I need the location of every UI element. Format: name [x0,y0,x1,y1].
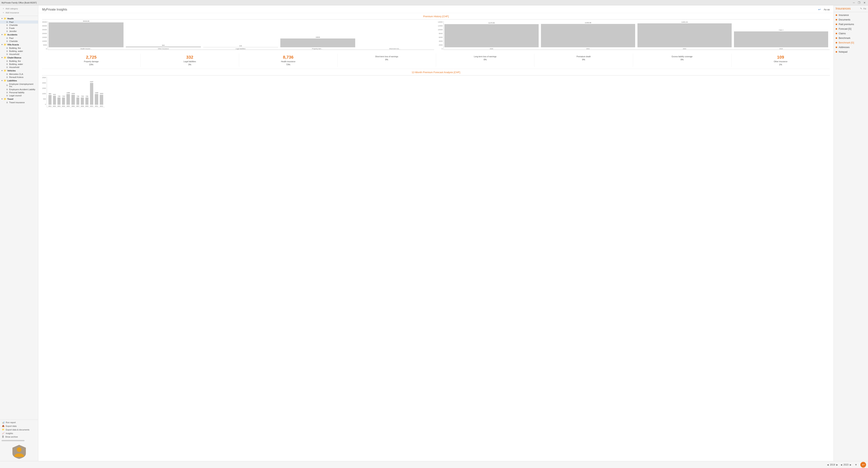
sidebar-item-household-va[interactable]: 🗎 Household [0,53,38,56]
bar-value: 30418.66 [83,20,89,22]
year-next-left[interactable]: ► [836,463,838,466]
insights-label: Insights [6,432,13,435]
sidebar-item-mercedes[interactable]: 🗎 Mercedes CLA [0,72,38,75]
bar-value: 11651.04 [681,21,688,23]
menu-item-paid-premiums[interactable]: Paid premiums [834,22,868,27]
sidebar-item-frank[interactable]: 🗎 Frank [0,27,38,30]
text-size-icon[interactable]: Aa [863,7,866,10]
year-next-right[interactable]: ► [849,463,852,466]
sidebar-item-paul-acc[interactable]: 🗎 Paul [0,37,38,40]
forecast-bar-rect [76,97,80,105]
hh-cb-label: Household [9,66,19,68]
pencil-icon[interactable]: ✎ [860,7,862,10]
sidebar-item-charlotte-acc[interactable]: 🗎 Charlotte [0,40,38,43]
menu-item-notepad[interactable]: Notepad [834,50,868,54]
sidebar-item-chalet-bianca[interactable]: ▼ 📁 Chalet Bianca [0,56,38,60]
show-archive-item[interactable]: 🗄 Show archive [0,435,38,438]
add-category-label: Add category [5,7,18,10]
maximize-btn[interactable]: ❐ [857,1,861,4]
forecast-bar-value: 1003 [71,93,75,94]
sidebar-item-travel[interactable]: ▼ 📁 Travel [0,97,38,101]
forecast-bar-rect [62,97,65,105]
bar-value: 10639 [316,36,320,38]
sidebar-item-villa-acacia[interactable]: ▼ 📁 Villa Acacia [0,43,38,46]
stat-percent: 0% [437,58,533,61]
doc-icon: 🗎 [6,27,8,29]
avatar [11,444,27,459]
stat-column: Short-term loss of earnings0% [338,54,436,67]
sidebar-bottom: 📊 Run report 📤 Export data 📁 Export data… [0,419,38,439]
sidebar-item-employers-acc[interactable]: 🗎 Employers Accident Liability [0,88,38,91]
forecast-bar-value: 728 [81,95,84,97]
menu-item-claims[interactable]: Claims [834,31,868,36]
menu-item-addresses[interactable]: Addresses [834,45,868,50]
menu-item-benchmark-g[interactable]: Benchmark [G] [834,40,868,45]
forecast-bars-with-axis: 2500 2000 1500 1000 500 0 984M01913M0272… [42,76,830,107]
font-size-toggle[interactable]: Aa aa [824,8,830,11]
sidebar-item-building-water-va[interactable]: 🗎 Building, water [0,50,38,53]
sidebar-item-travel-ins[interactable]: 🗎 Travel insurance [0,101,38,104]
scrollbar[interactable] [2,440,25,441]
forecast-title: 12-Month Premium Forecast Analysis [CHF] [42,71,830,74]
menu-item-label: Claims [839,32,846,35]
filter-icon[interactable]: ▼ [855,463,857,466]
year-prev-right[interactable]: ◄ [840,463,843,466]
forecast-bar-group: 984M01 [49,93,52,107]
add-category-action[interactable]: ＋ Add category [2,6,37,10]
health-label: Health [7,18,14,20]
export-data-docs-item[interactable]: 📁 Export data & documents [0,428,38,431]
bar-label: 2022 [683,48,686,50]
doc-icon: 🗎 [6,24,8,26]
sidebar-item-health[interactable]: ▼ 📁 Health [0,17,38,21]
forecast-bar-value: 1086 [66,92,70,94]
stat-percent: 0% [338,58,435,61]
bar-value: 218 [239,45,242,47]
paul-label: Paul [9,21,13,23]
premium-history-section: Premium History [CHF] 35000 30000 25000 … [42,15,830,50]
sidebar-item-vehicles[interactable]: ▼ 📁 Vehicles [0,69,38,72]
sidebar-item-building-fire-va[interactable]: 🗎 Building, fire [0,46,38,50]
run-report-item[interactable]: 📊 Run report [0,420,38,424]
stat-label: Property damage [43,61,140,63]
add-insurance-action[interactable]: ＋ Add insurance [2,10,37,14]
forecast-bar-value: 728 [86,95,88,97]
charlotte-acc-label: Charlotte [9,40,18,42]
menu-item-benchmark[interactable]: Benchmark [834,36,868,40]
main-content: MyPrivate Insights ↩ Aa aa Premium Histo… [38,5,834,461]
doc-icon: 🗎 [6,73,8,75]
menu-item-insurance[interactable]: Insurance [834,13,868,18]
bar-label: 2021 [586,48,590,50]
bottom-bar: ◄ 2019 ► ◄ 2023 ► ▼ ↩ [0,461,868,468]
export-data-label: Export data [6,425,17,427]
minimize-btn[interactable]: ─ [852,1,856,4]
back-arrow-icon[interactable]: ↩ [817,7,822,12]
forecast-bar-value: 728 [62,95,65,97]
back-button[interactable]: ↩ [860,462,866,468]
sidebar-item-renault[interactable]: 🗎 Renault Koleos [0,75,38,79]
bar-rect [638,23,732,47]
sidebar-item-accidents[interactable]: ▼ 📁 Accidents [0,33,38,37]
doc-icon: 🗎 [6,88,8,91]
insights-item[interactable]: 📈 Insights [0,431,38,435]
premium-by-type-chart: 35000 30000 25000 20000 15000 10000 5000… [42,21,434,50]
sidebar-item-legal-council[interactable]: 🗎 Legal council [0,94,38,97]
menu-item-label: Notepad [839,51,847,53]
sidebar-item-liabilities[interactable]: ▼ 📁 Liabilities [0,79,38,83]
year-prev-left[interactable]: ◄ [827,463,829,466]
sidebar-item-building-water-cb[interactable]: 🗎 Building, water [0,63,38,66]
sidebar-item-jennifer[interactable]: 🗎 Jennifer [0,30,38,33]
export-data-item[interactable]: 📤 Export data [0,424,38,428]
doc-icon: 🗎 [6,47,8,49]
close-btn[interactable]: ✕ [863,1,866,4]
menu-item-forecast[interactable]: Forecast [G] [834,27,868,31]
sidebar-item-employee-unemp[interactable]: 🗎 Employee Unemployment Ins. [0,83,38,88]
menu-item-documents[interactable]: Documents [834,18,868,22]
sidebar-item-building-fire-cb[interactable]: 🗎 Building, fire [0,60,38,63]
doc-icon: 🗎 [6,94,8,97]
forecast-bar-label: M11 [95,105,98,107]
sidebar-item-personal-liab[interactable]: 🗎 Personal liability [0,91,38,94]
sidebar-item-paul[interactable]: 🗎 Paul [0,21,38,24]
sidebar-item-household-cb[interactable]: 🗎 Household [0,66,38,69]
stat-column: Premature death0% [534,54,633,67]
sidebar-item-charlotte[interactable]: 🗎 Charlotte [0,24,38,27]
